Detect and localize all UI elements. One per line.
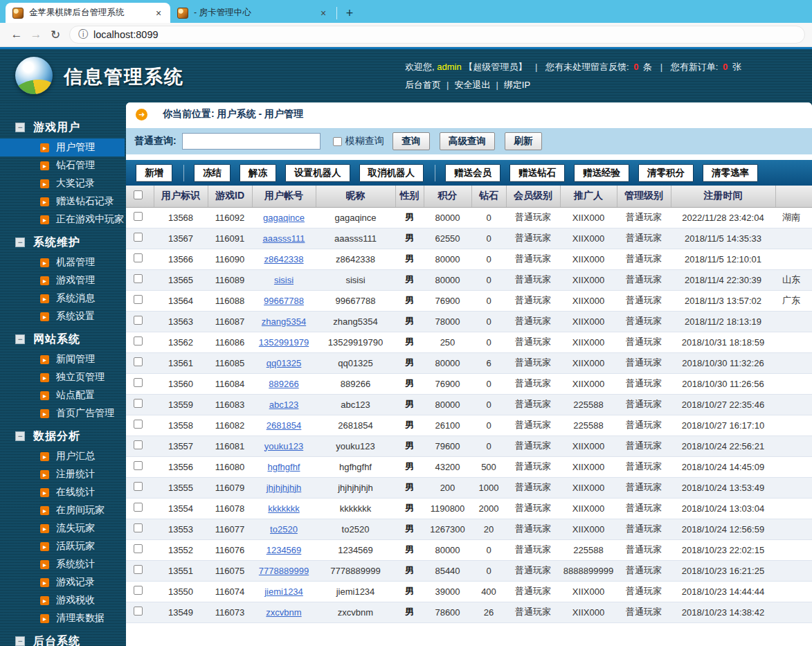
sidebar-section-2[interactable]: −系统维护 bbox=[0, 231, 125, 253]
sidebar-item[interactable]: ▸正在游戏中玩家 bbox=[0, 210, 125, 228]
sidebar-item[interactable]: ▸游戏税收 bbox=[0, 591, 125, 609]
row-checkbox[interactable] bbox=[134, 233, 143, 242]
reload-icon[interactable]: ↻ bbox=[46, 28, 65, 42]
sidebar-item[interactable]: ▸游戏记录 bbox=[0, 573, 125, 591]
toolbar-button[interactable]: 冻结 bbox=[194, 164, 231, 182]
account-link[interactable]: aaasss111 bbox=[263, 233, 305, 244]
sidebar-item[interactable]: ▸系统设置 bbox=[0, 307, 125, 325]
row-checkbox[interactable] bbox=[134, 440, 143, 449]
header-link-2[interactable]: 安全退出 bbox=[454, 80, 490, 90]
sidebar-item[interactable]: ▸在房间玩家 bbox=[0, 501, 125, 519]
toolbar-button[interactable]: 设置机器人 bbox=[285, 164, 350, 182]
collapse-icon[interactable]: − bbox=[15, 636, 25, 646]
close-icon[interactable]: × bbox=[317, 8, 330, 19]
sidebar-item[interactable]: ▸独立页管理 bbox=[0, 368, 125, 386]
sidebar-item[interactable]: ▸系统消息 bbox=[0, 289, 125, 307]
account-link[interactable]: sisisi bbox=[274, 275, 294, 285]
row-checkbox[interactable] bbox=[134, 212, 143, 221]
row-checkbox[interactable] bbox=[134, 274, 143, 283]
toolbar-button[interactable]: 赠送会员 bbox=[445, 164, 500, 182]
sidebar-item[interactable]: ▸首页广告管理 bbox=[0, 404, 125, 422]
sidebar-item[interactable]: ▸游戏管理 bbox=[0, 271, 125, 289]
account-link[interactable]: 1234569 bbox=[267, 545, 302, 555]
sidebar-item[interactable]: ▸系统统计 bbox=[0, 555, 125, 573]
row-checkbox[interactable] bbox=[134, 482, 143, 491]
select-all-checkbox[interactable] bbox=[134, 190, 143, 199]
sidebar-section-1[interactable]: −游戏用户 bbox=[0, 116, 125, 138]
account-link[interactable]: gagaqince bbox=[263, 213, 305, 223]
row-checkbox[interactable] bbox=[134, 586, 143, 595]
sidebar-item[interactable]: ▸赠送钻石记录 bbox=[0, 192, 125, 210]
toolbar-button[interactable]: 赠送钻石 bbox=[509, 164, 565, 182]
header-link-1[interactable]: 后台首页 bbox=[405, 80, 441, 90]
header-link-3[interactable]: 绑定IP bbox=[504, 80, 530, 90]
sidebar-item[interactable]: ▸钻石管理 bbox=[0, 156, 125, 174]
account-link[interactable]: hgfhgfhf bbox=[268, 462, 300, 472]
account-link[interactable]: jhjhjhjhjh bbox=[267, 483, 302, 493]
search-button-3[interactable]: 刷新 bbox=[505, 132, 542, 150]
sidebar-item[interactable]: ▸在线统计 bbox=[0, 483, 125, 501]
sidebar-item[interactable]: ▸站点配置 bbox=[0, 386, 125, 404]
account-link[interactable]: to2520 bbox=[270, 524, 298, 535]
account-link[interactable]: 2681854 bbox=[267, 420, 302, 431]
new-tab-button[interactable]: + bbox=[341, 6, 358, 21]
search-button-2[interactable]: 高级查询 bbox=[440, 132, 495, 150]
row-checkbox[interactable] bbox=[134, 295, 143, 304]
row-checkbox[interactable] bbox=[134, 253, 143, 262]
collapse-icon[interactable]: − bbox=[15, 334, 25, 344]
row-checkbox[interactable] bbox=[134, 544, 143, 553]
account-link[interactable]: youku123 bbox=[264, 441, 303, 451]
account-link[interactable]: 99667788 bbox=[264, 296, 304, 306]
collapse-icon[interactable]: − bbox=[15, 237, 25, 247]
search-button-1[interactable]: 查询 bbox=[393, 132, 430, 150]
toolbar-button[interactable]: 解冻 bbox=[240, 164, 276, 182]
sidebar-item[interactable]: ▸大奖记录 bbox=[0, 174, 125, 192]
row-checkbox[interactable] bbox=[134, 378, 143, 387]
sidebar-item[interactable]: ▸机器管理 bbox=[0, 253, 125, 271]
sidebar-item[interactable]: ▸用户汇总 bbox=[0, 447, 125, 465]
account-link[interactable]: zhang5354 bbox=[262, 316, 306, 327]
search-input[interactable] bbox=[182, 133, 321, 150]
row-checkbox[interactable] bbox=[134, 399, 143, 408]
account-link[interactable]: 7778889999 bbox=[259, 566, 309, 576]
sidebar-item[interactable]: ▸用户管理 bbox=[0, 138, 125, 156]
row-checkbox[interactable] bbox=[134, 420, 143, 429]
row-checkbox[interactable] bbox=[134, 503, 143, 512]
toolbar-button[interactable]: 赠送经验 bbox=[574, 164, 629, 182]
row-checkbox[interactable] bbox=[134, 461, 143, 470]
row-checkbox[interactable] bbox=[134, 316, 143, 325]
account-link[interactable]: zxcvbnm bbox=[266, 607, 301, 618]
row-checkbox[interactable] bbox=[134, 357, 143, 366]
row-checkbox[interactable] bbox=[134, 523, 143, 532]
sidebar-item[interactable]: ▸清理表数据 bbox=[0, 609, 125, 627]
sidebar-section-5[interactable]: −后台系统 bbox=[0, 630, 125, 646]
account-link[interactable]: kkkkkkk bbox=[268, 503, 300, 514]
row-checkbox[interactable] bbox=[134, 607, 143, 616]
collapse-icon[interactable]: − bbox=[15, 123, 25, 132]
toolbar-button[interactable]: 清零逃率 bbox=[703, 164, 758, 182]
sidebar-item[interactable]: ▸注册统计 bbox=[0, 465, 125, 483]
account-link[interactable]: qq01325 bbox=[267, 358, 302, 368]
close-icon[interactable]: × bbox=[152, 8, 165, 19]
account-link[interactable]: z8642338 bbox=[264, 254, 303, 264]
row-checkbox[interactable] bbox=[134, 565, 143, 574]
collapse-icon[interactable]: − bbox=[15, 431, 25, 441]
sidebar-item[interactable]: ▸新闻管理 bbox=[0, 350, 125, 368]
back-icon[interactable]: ← bbox=[7, 28, 26, 42]
account-link[interactable]: abc123 bbox=[269, 400, 299, 410]
sidebar-item[interactable]: ▸活跃玩家 bbox=[0, 537, 125, 555]
toolbar-button[interactable]: 清零积分 bbox=[638, 164, 694, 182]
tab-roomcard-center[interactable]: - 房卡管理中心 × bbox=[170, 3, 335, 23]
address-bar[interactable]: ⓘ localhost:8099 bbox=[69, 26, 805, 44]
forward-icon[interactable]: → bbox=[26, 28, 46, 42]
sidebar-item[interactable]: ▸流失玩家 bbox=[0, 519, 125, 537]
sidebar-section-4[interactable]: −数据分析 bbox=[0, 425, 125, 447]
toolbar-button[interactable]: 取消机器人 bbox=[359, 164, 424, 182]
toolbar-button[interactable]: 新增 bbox=[136, 164, 172, 182]
fuzzy-checkbox[interactable] bbox=[333, 137, 342, 146]
row-checkbox[interactable] bbox=[134, 337, 143, 346]
account-link[interactable]: 1352991979 bbox=[259, 337, 309, 348]
account-link[interactable]: jiemi1234 bbox=[264, 586, 303, 597]
account-link[interactable]: 889266 bbox=[269, 379, 298, 389]
tab-admin-system[interactable]: 金苹果棋牌后台管理系统 × bbox=[6, 3, 170, 23]
